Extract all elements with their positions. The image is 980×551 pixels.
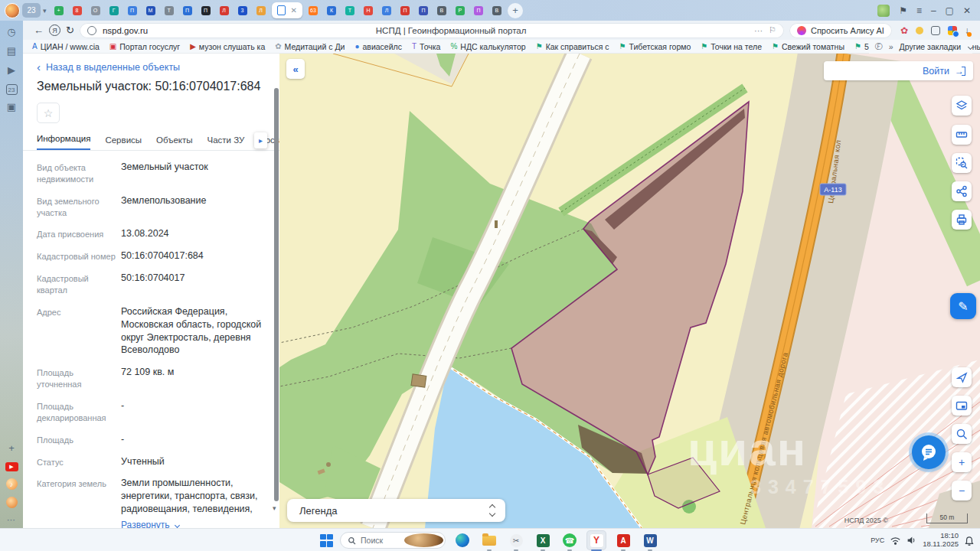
bookmark-item[interactable]: ⚑ Свежий томатны [772,42,844,51]
browser-tab[interactable]: В [433,2,450,18]
browser-tab[interactable]: Г [106,2,122,18]
close-tab-icon[interactable]: ✕ [291,6,297,15]
tabs-scroll-right-button[interactable]: ▸ [254,132,267,148]
wifi-icon[interactable] [890,536,900,545]
zoom-in-button[interactable]: + [952,452,972,472]
browser-tab[interactable]: М [142,2,159,18]
new-tab-button[interactable]: + [508,3,523,18]
taskbar-clock[interactable]: 18:10 18.11.2025 [923,532,959,549]
favorite-star-button[interactable]: ☆ [37,103,60,123]
url-field[interactable]: nspd.gov.ru НСПД | Геоинформационный пор… [80,23,784,38]
ask-alice-button[interactable]: Спросить Алису AI [789,23,892,38]
bookmark-item[interactable]: % НДС калькулятор [450,42,525,51]
phi-icon[interactable]: Ⓕ [875,41,883,52]
video-icon[interactable]: ▶ [8,65,15,77]
youtube-icon[interactable]: ▶ [5,462,18,471]
browser-tab[interactable]: П [415,2,432,18]
browser-tab[interactable]: П [198,2,214,18]
login-button[interactable]: Войти → [824,61,973,80]
calendar-icon[interactable]: 23 [6,84,18,95]
taskbar-app-explorer[interactable] [479,530,499,550]
bookmark-item[interactable]: ▶ музон слушать ка [190,42,265,51]
browser-tab[interactable]: Л [253,2,270,18]
taskbar-app-whatsapp[interactable]: ☎ [560,530,580,550]
panel-scrollbar[interactable] [274,88,279,501]
collapse-panel-button[interactable]: « [286,59,305,79]
music-icon[interactable]: ♪ [6,478,18,490]
browser-tab[interactable]: Р [452,2,469,18]
tab-information[interactable]: Информация [37,134,90,150]
browser-tab[interactable]: Т [161,2,178,18]
layers-button[interactable] [952,96,972,116]
notification-bell-icon[interactable] [965,536,974,546]
taskbar-app-excel[interactable]: X [533,530,553,550]
tab-services[interactable]: Сервисы [105,135,142,150]
legend-dropdown[interactable]: Легенда [287,499,505,522]
site-badge-icon[interactable] [87,26,96,35]
share-button[interactable] [952,181,972,201]
taskbar-search[interactable]: Поиск [340,532,446,549]
browser-tab[interactable]: П [179,2,196,18]
taskbar-app-snip[interactable]: ✂ [506,530,526,550]
bookmark-item[interactable]: ● авиасейлс [354,42,402,51]
browser-tab[interactable]: Т [341,2,358,18]
area-select-button[interactable] [952,153,972,173]
bookmark-item[interactable]: ⚑ Точки на теле [701,42,762,51]
add-panel-icon[interactable]: + [8,443,15,455]
tab-parts[interactable]: Части ЗУ [207,135,245,150]
collections-icon[interactable] [931,26,940,35]
browser-tab[interactable]: Н [360,2,377,18]
expand-link[interactable]: Развернуть [121,519,269,528]
measure-button[interactable] [952,125,972,145]
locate-button[interactable] [952,367,972,387]
extension-flower-icon[interactable]: ✿ [900,25,908,36]
browser-tab[interactable]: 8 [69,2,86,18]
maximize-button[interactable]: ▢ [946,5,954,16]
bookmark-item[interactable]: ✿ Медитаций с Ди [275,42,345,51]
bookmark-icon[interactable]: ⚐ [769,25,776,35]
taskbar-app-word[interactable]: W [640,530,660,550]
bookmark-item[interactable]: ▣ Портал госуслуг [109,42,180,51]
alice-sprite-icon[interactable] [877,5,890,17]
screenshot-icon[interactable]: ▣ [7,102,16,114]
tab-counter[interactable]: 23 [22,3,41,18]
map-viewport[interactable]: Центральная кол Центральная кольцевая ав… [279,54,980,528]
extension-bulb-icon[interactable] [916,27,923,34]
browser-tab[interactable]: П [470,2,487,18]
extensions-grid-icon[interactable] [948,26,957,35]
bookmark-item[interactable]: Т Точка [412,42,440,51]
bookmark-item[interactable]: ⚑ Тибетская гормо [619,42,691,51]
taskbar-app-edge[interactable] [452,530,472,550]
browser-tab[interactable]: П [124,2,141,18]
menu-icon[interactable]: ≡ [916,5,922,16]
more-icon[interactable]: ··· [754,26,763,35]
bookmark-item[interactable]: ⚑ Как справиться с [536,42,609,51]
downloads-icon[interactable]: ↓ [965,25,969,36]
back-icon[interactable]: ← [34,24,44,36]
browser-tab[interactable]: В [488,2,505,18]
yandex-search-icon[interactable]: Я [49,24,60,36]
rail-more-icon[interactable]: ⋯ [7,515,16,525]
other-bookmarks[interactable]: Ⓕ » Другие закладки [869,40,972,54]
overflow-icon[interactable]: » [889,42,893,51]
taskbar-app-acrobat[interactable]: A [613,530,633,550]
bookmark-panel-icon[interactable]: ⚑ [899,5,907,16]
speaker-icon[interactable] [906,536,916,545]
reload-icon[interactable]: ↻ [66,24,74,36]
bookmark-item[interactable]: А ЦИАН / www.cia [32,42,100,51]
browser-tab[interactable]: 63 [305,2,322,18]
history-icon[interactable]: ◷ [7,27,15,39]
profile-avatar[interactable] [5,3,20,18]
browser-tab[interactable]: + [51,2,67,18]
minimize-button[interactable]: – [931,5,936,16]
back-link[interactable]: ‹ Назад в выделенные объекты [37,61,269,73]
browser-tab[interactable]: О [87,2,104,18]
food-app-icon[interactable] [6,497,18,508]
feed-icon[interactable]: ▤ [7,46,16,58]
close-button[interactable]: ✕ [963,5,971,16]
overview-map-button[interactable] [952,396,972,416]
browser-tab[interactable]: Л [216,2,233,18]
language-indicator[interactable]: РУС [871,536,884,544]
chevron-down-icon[interactable]: ▾ [43,7,47,15]
start-button[interactable] [320,534,333,547]
